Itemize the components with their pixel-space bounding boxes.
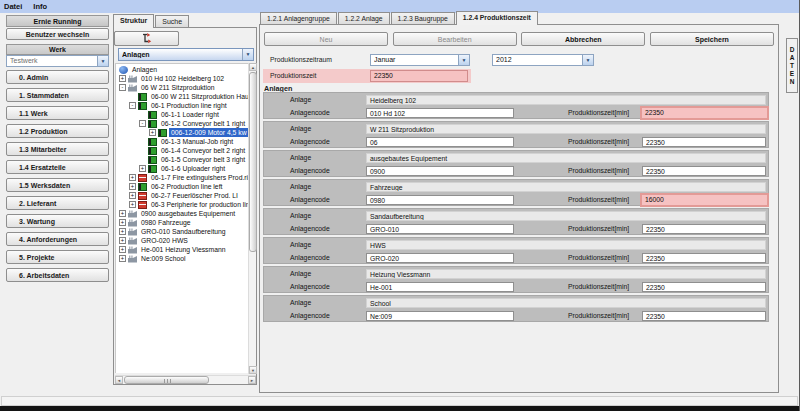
tree-expander-icon[interactable]: - [129, 102, 136, 109]
anlagencode-value[interactable]: 06 [366, 137, 514, 147]
produktionszeit-input[interactable]: 22350 [370, 70, 468, 82]
sidebar-item-werk[interactable]: 1.1 Werk [6, 106, 109, 120]
neu-button[interactable]: Neu [264, 32, 388, 46]
sidebar-item-ersatzteile[interactable]: 1.4 Ersatzteile [6, 160, 109, 174]
tree-item[interactable]: + 06-1-7 Fire extinguishers Prod.rightFi… [116, 173, 248, 182]
anlagencode-value[interactable]: GRO-010 [366, 224, 514, 234]
anlage-value: W 211 Sitzproduktion [366, 124, 766, 134]
tree-expander-icon[interactable]: + [149, 129, 156, 136]
chevron-down-icon[interactable]: ▼ [582, 55, 593, 65]
tree-vertical-scrollbar[interactable]: ▲ ▼ [248, 63, 256, 374]
menu-datei[interactable]: Datei [4, 2, 22, 11]
tree-item[interactable]: + 06-3 Peripherie for production lines f… [116, 200, 248, 209]
tree-expander-icon[interactable]: + [129, 183, 136, 190]
tree-item[interactable]: + GRO-020 HWS [116, 236, 248, 245]
tree-item[interactable]: + 0980 Fahrzeuge [116, 218, 248, 227]
anlagencode-value[interactable]: GRO-020 [366, 253, 514, 263]
scroll-up-icon[interactable]: ▲ [249, 63, 257, 71]
chevron-down-icon[interactable]: ▼ [458, 55, 469, 65]
produktionszeit-min-input[interactable]: 22350 [642, 282, 766, 292]
anlagencode-value[interactable]: He-001 [366, 282, 514, 292]
sidebar-item-werksdaten[interactable]: 1.5 Werksdaten [6, 178, 109, 192]
speichern-button[interactable]: Speichern [650, 32, 774, 46]
bearbeiten-button[interactable]: Bearbeiten [393, 32, 517, 46]
produktionszeit-min-input[interactable]: 22350 [642, 224, 766, 234]
collapse-all-button[interactable] [114, 31, 179, 46]
scrollbar-thumb[interactable] [249, 72, 257, 252]
switch-user-button[interactable]: Benutzer wechseln [6, 28, 109, 40]
tree-item[interactable]: - 06-1 Production line right [116, 101, 248, 110]
anlagencode-value[interactable]: 0900 [366, 166, 514, 176]
tree-item[interactable]: - 06-1-2 Conveyor belt 1 right [116, 119, 248, 128]
tab-1-2-1-anlagengruppe[interactable]: 1.2.1 Anlagengruppe [260, 12, 337, 24]
sidebar-item-projekte[interactable]: 5. Projekte [6, 250, 109, 264]
tree-item[interactable]: + GRO-010 Sandaufbereitung [116, 227, 248, 236]
abbrechen-button[interactable]: Abbrechen [521, 32, 645, 46]
anlagencode-value[interactable]: 010 Hd 102 [366, 108, 514, 118]
tree-expander-icon[interactable]: - [119, 84, 126, 91]
sidebar-item-admin[interactable]: 0. Admin [6, 70, 109, 84]
tree-horizontal-scrollbar[interactable]: ◄ ► [115, 375, 256, 384]
tree-item[interactable]: 06-1-3 Manual-Job right [116, 137, 248, 146]
scrollbar-thumb[interactable] [124, 376, 209, 384]
sidebar-item-stammdaten[interactable]: 1. Stammdaten [6, 88, 109, 102]
tree-item[interactable]: 06-1-4 Conveyor belt 2 right [116, 146, 248, 155]
sidebar-item-wartung[interactable]: 3. Wartung [6, 214, 109, 228]
month-select[interactable]: Januar ▼ [370, 54, 470, 66]
tree-filter-select[interactable]: Anlagen ▼ [118, 48, 254, 61]
anlage-field-label: Anlage [290, 270, 311, 277]
tree-expander-icon[interactable]: + [119, 219, 126, 226]
tree-expander-icon[interactable]: + [119, 210, 126, 217]
tree-expander-icon[interactable]: + [119, 237, 126, 244]
tree-item[interactable]: + 0900 ausgebautes Equipement [116, 209, 248, 218]
tree-expander-icon[interactable]: - [139, 120, 146, 127]
tree-expander-icon[interactable]: + [129, 174, 136, 181]
tree-item[interactable]: + 006-12-009 Motor 4,5 kw [116, 128, 248, 137]
tab-1-2-4-produktionszeit[interactable]: 1.2.4 Produktionszeit [456, 11, 538, 25]
tab-suche[interactable]: Suche [155, 15, 189, 27]
werk-select[interactable]: Testwerk ▼ [6, 55, 109, 67]
tree-item[interactable]: + 06-2 Production line left [116, 182, 248, 191]
sidebar-item-arbeitsdaten[interactable]: 6. Arbeitsdaten [6, 268, 109, 282]
produktionszeit-min-input[interactable]: 22350 [642, 253, 766, 263]
sidebar-item-produktion[interactable]: 1.2 Produktion [6, 124, 109, 138]
produktionszeit-min-input[interactable]: 22350 [642, 166, 766, 176]
scroll-left-icon[interactable]: ◄ [115, 376, 123, 384]
sidebar-item-anforderungen[interactable]: 4. Anforderungen [6, 232, 109, 246]
tree-item[interactable]: + 06-2-7 Feuerlöscher Prod. LI [116, 191, 248, 200]
produktionszeit-min-input[interactable]: 22350 [642, 311, 766, 321]
tab-1-2-2-anlage[interactable]: 1.2.2 Anlage [338, 12, 390, 24]
chevron-down-icon[interactable]: ▼ [97, 56, 108, 66]
tree-expander-icon[interactable]: + [119, 255, 126, 262]
tree-item[interactable]: 06-1-5 Conveyor belt 3 right [116, 155, 248, 164]
tab-1-2-3-baugruppe[interactable]: 1.2.3 Baugruppe [391, 12, 455, 24]
tree-item[interactable]: + Ne:009 School [116, 254, 248, 263]
tree-item[interactable]: - 06 W 211 Sitzproduktion [116, 83, 248, 92]
tree-item[interactable]: Anlagen [116, 65, 248, 74]
tab-struktur[interactable]: Struktur [113, 14, 154, 28]
daten-side-tab[interactable]: DATEN [786, 38, 798, 93]
tree-expander-icon[interactable]: + [119, 246, 126, 253]
produktionszeit-min-input[interactable]: 22350 [642, 137, 766, 147]
tree-item[interactable]: 06-00 W 211 Sitzproduktion Hauptanlage [116, 92, 248, 101]
sidebar-item-mitarbeiter[interactable]: 1.3 Mitarbeiter [6, 142, 109, 156]
tree-expander-icon[interactable]: + [129, 192, 136, 199]
sidebar-item-lieferant[interactable]: 2. Lieferant [6, 196, 109, 210]
chevron-down-icon[interactable]: ▼ [242, 49, 253, 60]
tree-item[interactable]: + 010 Hd 102 Heidelberg 102 [116, 74, 248, 83]
produktionszeit-min-input[interactable]: 16000 [640, 193, 769, 207]
anlagencode-value[interactable]: 0980 [366, 195, 514, 205]
year-select[interactable]: 2012 ▼ [492, 54, 594, 66]
menu-info[interactable]: Info [33, 2, 47, 11]
tree-item[interactable]: 06-1-1 Loader right [116, 110, 248, 119]
scroll-right-icon[interactable]: ► [248, 376, 256, 384]
tree-expander-icon[interactable]: + [129, 201, 136, 208]
produktionszeit-min-input[interactable]: 22350 [640, 106, 769, 120]
scroll-down-icon[interactable]: ▼ [249, 366, 257, 374]
tree-item[interactable]: + He-001 Heizung Viessmann [116, 245, 248, 254]
tree-expander-icon[interactable]: + [119, 228, 126, 235]
tree-expander-icon[interactable]: + [139, 165, 146, 172]
tree-item[interactable]: + 06-1-6 Uploader right [116, 164, 248, 173]
anlagencode-value[interactable]: Ne:009 [366, 311, 514, 321]
tree-expander-icon[interactable]: + [119, 75, 126, 82]
